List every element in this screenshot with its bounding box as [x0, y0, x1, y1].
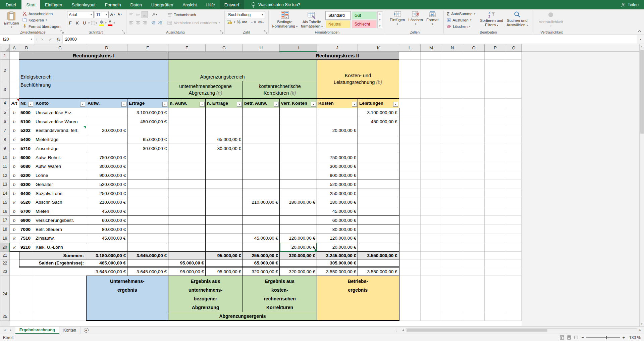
cell[interactable] — [399, 225, 421, 234]
cell[interactable] — [506, 135, 522, 144]
cell[interactable] — [506, 117, 522, 126]
cell[interactable]: 20.000,00 € — [317, 126, 358, 135]
cell[interactable] — [243, 117, 280, 126]
cell[interactable] — [463, 267, 485, 276]
cell[interactable] — [463, 153, 485, 162]
cell[interactable] — [399, 117, 421, 126]
column-header[interactable]: G — [206, 44, 243, 52]
cell[interactable] — [485, 108, 506, 117]
cell[interactable] — [442, 98, 463, 108]
cell[interactable] — [358, 198, 399, 207]
cell[interactable] — [206, 180, 243, 189]
cell[interactable] — [506, 126, 522, 135]
cell[interactable] — [206, 198, 243, 207]
filter-icon[interactable]: ▼ — [200, 102, 205, 107]
expand-formula-bar-icon[interactable]: ▾ — [637, 35, 644, 44]
tab-daten[interactable]: Daten — [125, 0, 147, 9]
cell[interactable] — [442, 243, 463, 252]
cell[interactable] — [206, 225, 243, 234]
formula-bar-handle[interactable]: ⋮ — [34, 35, 38, 44]
cell[interactable] — [485, 144, 506, 153]
cell[interactable]: 3.645.000,00 € — [127, 252, 168, 259]
cell-unternehmensergebnis[interactable]: Unternehmens-ergebnis — [86, 276, 168, 321]
cell[interactable] — [127, 153, 168, 162]
cell[interactable] — [485, 259, 506, 267]
cell[interactable] — [19, 276, 34, 312]
sheet-nav-right-icon[interactable]: ► — [9, 329, 12, 332]
cell-header-kosten[interactable]: Kosten▼ — [317, 98, 358, 108]
cell[interactable] — [485, 60, 506, 81]
cell[interactable]: Aufw. Rohst. — [34, 153, 86, 162]
cell[interactable]: 3.550.000,00 € — [317, 267, 358, 276]
cell[interactable] — [421, 144, 442, 153]
cell[interactable]: b — [10, 216, 19, 225]
cell[interactable] — [506, 198, 522, 207]
cell[interactable] — [280, 162, 317, 171]
filter-icon[interactable]: ▼ — [352, 102, 357, 107]
cell[interactable] — [168, 189, 206, 198]
sheet-nav-left-icon[interactable]: ◄ — [3, 329, 6, 332]
column-header[interactable]: E — [127, 44, 168, 52]
filter-icon[interactable]: ▼ — [162, 102, 167, 107]
cell[interactable]: 450.000,00 € — [358, 117, 399, 126]
cell[interactable] — [358, 216, 399, 225]
font-color-button[interactable]: A — [107, 19, 113, 27]
scroll-right-icon[interactable]: ► — [638, 329, 643, 332]
tab-formeln[interactable]: Formeln — [100, 0, 126, 9]
cell-klr[interactable]: Kosten- und Leistungsrechnung (b) — [317, 60, 399, 99]
cell[interactable] — [399, 234, 421, 243]
cell-ergebnis-korrekturen[interactable]: Ergebnis auskosten-rechnerischenKorrektu… — [243, 276, 317, 312]
cell[interactable]: 180.000,00 € — [317, 198, 358, 207]
cell-buchfuehrung[interactable]: Buchfühhrung — [19, 81, 168, 98]
cell[interactable]: 900.000,00 € — [86, 171, 127, 180]
cell[interactable] — [206, 108, 243, 117]
cell-header-art[interactable]: Art — [10, 98, 19, 108]
tab-datei[interactable]: Datei — [0, 0, 21, 9]
cell[interactable]: 210.000,00 € — [243, 198, 280, 207]
cell[interactable] — [206, 162, 243, 171]
cell[interactable]: 65.000,00 € — [206, 135, 243, 144]
cell[interactable] — [485, 216, 506, 225]
cell[interactable] — [485, 267, 506, 276]
cell[interactable] — [358, 171, 399, 180]
number-format-select[interactable]: Buchhaltung ▾ — [227, 11, 265, 18]
cell[interactable] — [506, 180, 522, 189]
cell[interactable]: 750.000,00 € — [317, 153, 358, 162]
cell[interactable]: b — [10, 225, 19, 234]
cell[interactable]: b — [10, 189, 19, 198]
cell[interactable] — [358, 207, 399, 216]
row-header[interactable]: 4 — [0, 98, 10, 108]
cell[interactable] — [399, 153, 421, 162]
cell[interactable] — [442, 117, 463, 126]
cell[interactable]: 3.245.000,00 € — [317, 252, 358, 259]
cell[interactable] — [399, 252, 421, 259]
cell[interactable] — [506, 153, 522, 162]
zoom-out-button[interactable]: − — [582, 335, 584, 340]
align-middle-icon[interactable] — [135, 11, 141, 18]
cell[interactable] — [10, 60, 19, 81]
row-header[interactable]: 10 — [0, 153, 10, 162]
cell[interactable] — [442, 189, 463, 198]
paste-button[interactable]: Einfügen ▾ — [3, 10, 20, 30]
cell[interactable] — [485, 243, 506, 252]
cell[interactable]: Umsatzerlöse Erz. — [34, 108, 86, 117]
cell[interactable] — [243, 108, 280, 117]
cell[interactable]: k — [10, 234, 19, 243]
cell-style-gut[interactable]: Gut — [352, 11, 377, 19]
insert-cells-button[interactable]: Einfügen ▾ — [388, 10, 407, 30]
cell[interactable] — [280, 108, 317, 117]
cell[interactable]: 750.000,00 € — [86, 153, 127, 162]
column-header[interactable]: F — [168, 44, 206, 52]
scroll-left-icon[interactable]: ◄ — [400, 329, 405, 332]
cell[interactable] — [86, 135, 127, 144]
cancel-icon[interactable]: × — [38, 37, 46, 42]
cell[interactable]: n — [10, 135, 19, 144]
cell[interactable] — [280, 171, 317, 180]
column-header-selected[interactable]: I — [280, 44, 317, 52]
cell[interactable] — [399, 171, 421, 180]
cell[interactable] — [442, 198, 463, 207]
cell[interactable] — [280, 144, 317, 153]
row-header[interactable]: 12 — [0, 171, 10, 180]
row-header[interactable]: 7 — [0, 126, 10, 135]
cell[interactable] — [243, 144, 280, 153]
